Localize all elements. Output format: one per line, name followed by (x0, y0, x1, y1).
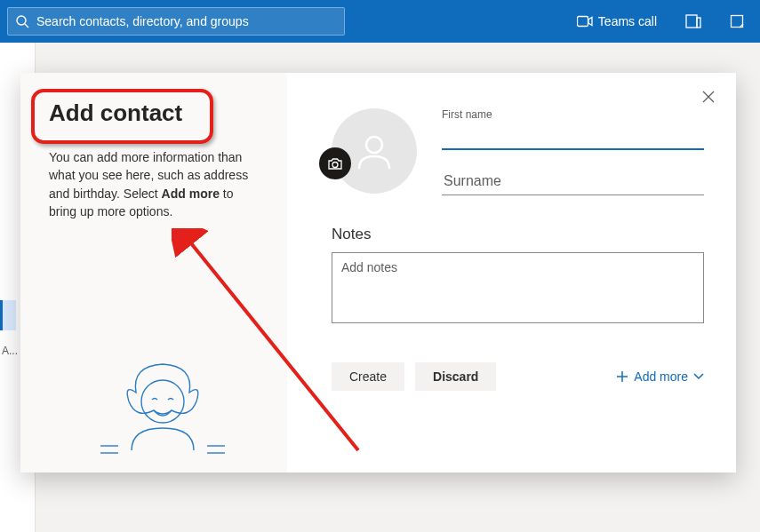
close-button[interactable] (695, 83, 722, 110)
teams-call-button[interactable]: Teams call (568, 0, 666, 43)
surname-input[interactable] (442, 168, 704, 195)
close-icon (702, 91, 715, 103)
news-icon (685, 14, 701, 28)
selected-strip (0, 300, 16, 330)
notes-icon (730, 14, 744, 28)
search-placeholder: Search contacts, directory, and groups (36, 14, 249, 28)
chevron-down-icon (693, 373, 704, 380)
svg-point-14 (332, 162, 338, 167)
dialog-info-pane: Add contact You can add more information… (20, 73, 287, 472)
topbar-icon-1[interactable] (676, 0, 710, 43)
svg-rect-3 (686, 15, 697, 28)
svg-point-13 (366, 137, 382, 153)
camera-icon (327, 157, 343, 171)
photo-button[interactable] (319, 147, 351, 179)
dialog-form-pane: First name Notes Create Discard Add more (287, 73, 736, 472)
discard-button[interactable]: Discard (415, 362, 496, 391)
notes-input[interactable] (332, 252, 704, 323)
plus-icon (616, 370, 628, 383)
dialog-description: You can add more information than what y… (49, 148, 259, 220)
svg-line-1 (25, 24, 28, 28)
svg-rect-2 (577, 17, 588, 27)
svg-point-6 (141, 380, 184, 423)
avatar[interactable] (332, 108, 417, 194)
search-box[interactable]: Search contacts, directory, and groups (7, 7, 345, 36)
add-more-button[interactable]: Add more (616, 369, 704, 384)
teams-call-label: Teams call (598, 14, 657, 28)
person-illustration-icon (83, 357, 243, 464)
add-more-label: Add more (634, 369, 688, 384)
search-icon (15, 14, 29, 28)
alpha-group: A... (2, 345, 18, 357)
firstname-label: First name (442, 108, 704, 121)
svg-rect-4 (697, 18, 700, 28)
person-icon (353, 130, 396, 172)
svg-point-0 (17, 16, 26, 25)
video-icon (577, 15, 593, 28)
button-row: Create Discard Add more (332, 362, 704, 391)
create-button[interactable]: Create (332, 362, 404, 391)
topbar-icon-2[interactable] (721, 0, 753, 43)
firstname-input[interactable] (442, 123, 704, 150)
notes-label: Notes (332, 226, 704, 243)
dialog-title: Add contact (49, 99, 182, 127)
add-contact-dialog: Add contact You can add more information… (20, 73, 736, 472)
top-bar: Search contacts, directory, and groups T… (0, 0, 760, 43)
